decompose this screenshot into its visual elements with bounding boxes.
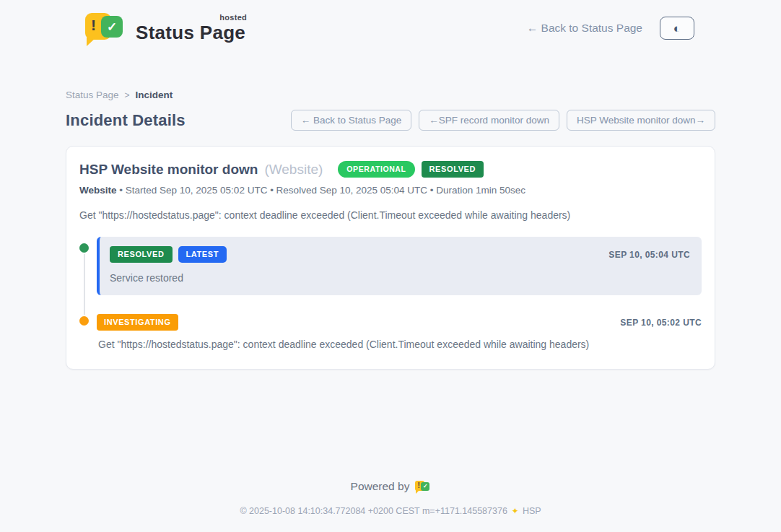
copyright-line: © 2025-10-08 14:10:34.772084 +0200 CEST … bbox=[0, 506, 781, 516]
timeline-entry-message: Service restored bbox=[110, 272, 690, 284]
timeline-dot-orange bbox=[78, 315, 90, 327]
timeline-dot-green bbox=[78, 242, 90, 254]
theme-toggle-button[interactable]: ◐ bbox=[660, 17, 694, 40]
timeline-entry-badges: RESOLVED LATEST bbox=[110, 246, 227, 263]
incident-description: Get "https://hostedstatus.page": context… bbox=[79, 209, 702, 221]
timeline-entry-timestamp: SEP 10, 05:02 UTC bbox=[620, 318, 702, 328]
logo-green-check-box: ✓ bbox=[101, 16, 123, 38]
timeline-entry-badges: INVESTIGATING bbox=[97, 314, 178, 331]
incident-nav-buttons: ← Back to Status Page ←SPF record monito… bbox=[291, 110, 715, 131]
breadcrumb-status-page-link[interactable]: Status Page bbox=[66, 90, 119, 100]
brand-logo-link[interactable]: ✓ ! hosted Status Page bbox=[85, 12, 245, 45]
timeline-entry-message: Get "https://hostedstatus.page": context… bbox=[97, 339, 702, 350]
main-content: Status Page > Incident Incident Details … bbox=[66, 90, 715, 370]
latest-badge: LATEST bbox=[178, 246, 227, 263]
timeline-entry-highlight-box: RESOLVED LATEST SEP 10, 05:04 UTC Servic… bbox=[97, 237, 702, 295]
header: ✓ ! hosted Status Page ← Back to Status … bbox=[0, 0, 781, 48]
incident-card-header: HSP Website monitor down (Website) OPERA… bbox=[79, 161, 702, 178]
footer-exclamation-icon: ! bbox=[417, 481, 419, 489]
brand-hosted-label: hosted bbox=[219, 13, 247, 22]
timeline-entry-badge-row: INVESTIGATING SEP 10, 05:02 UTC bbox=[97, 314, 702, 331]
timeline-entry-timestamp: SEP 10, 05:04 UTC bbox=[608, 250, 690, 260]
breadcrumb-current-incident: Incident bbox=[136, 90, 173, 100]
timeline-entry-badge-row: RESOLVED LATEST SEP 10, 05:04 UTC bbox=[110, 246, 690, 263]
timeline-entry: RESOLVED LATEST SEP 10, 05:04 UTC Servic… bbox=[79, 237, 702, 295]
incident-meta-line: Website • Started Sep 10, 2025 05:02 UTC… bbox=[79, 185, 702, 196]
incident-meta-times: • Started Sep 10, 2025 05:02 UTC • Resol… bbox=[119, 185, 525, 196]
incident-meta-component: Website bbox=[79, 185, 117, 196]
powered-by-link[interactable]: Powered by ✓ ! bbox=[351, 480, 431, 493]
footer-check-icon: ✓ bbox=[423, 483, 428, 489]
incident-card: HSP Website monitor down (Website) OPERA… bbox=[66, 146, 715, 370]
footer-brand-logo-icon: ✓ ! bbox=[415, 481, 430, 493]
sparkles-icon: ✦ bbox=[511, 506, 518, 516]
title-row: Incident Details ← Back to Status Page ←… bbox=[66, 110, 715, 131]
copyright-suffix: HSP bbox=[523, 506, 541, 516]
investigating-badge: INVESTIGATING bbox=[97, 314, 178, 331]
next-incident-button[interactable]: HSP Website monitor down→ bbox=[567, 110, 715, 131]
brand-name: Status Page bbox=[136, 22, 245, 43]
footer: Powered by ✓ ! © 2025-10-08 14:10:34.772… bbox=[0, 480, 781, 516]
breadcrumb: Status Page > Incident bbox=[66, 90, 715, 100]
breadcrumb-separator: > bbox=[125, 90, 130, 100]
brand-name-wrap: hosted Status Page bbox=[136, 12, 245, 44]
half-circle-theme-icon: ◐ bbox=[673, 22, 681, 35]
resolved-state-badge: RESOLVED bbox=[422, 161, 484, 178]
timeline-entry-body: INVESTIGATING SEP 10, 05:02 UTC Get "htt… bbox=[97, 314, 702, 350]
exclamation-icon: ! bbox=[91, 17, 96, 34]
back-to-status-page-link[interactable]: ← Back to Status Page bbox=[527, 22, 642, 35]
resolved-badge: RESOLVED bbox=[110, 246, 173, 263]
check-icon: ✓ bbox=[107, 19, 117, 35]
operational-status-badge: OPERATIONAL bbox=[338, 161, 414, 178]
copyright-text: © 2025-10-08 14:10:34.772084 +0200 CEST … bbox=[240, 506, 507, 516]
prev-incident-button[interactable]: ←SPF record monitor down bbox=[419, 110, 559, 131]
brand-logo-icon: ✓ ! bbox=[85, 13, 126, 45]
powered-by-label: Powered by bbox=[351, 480, 410, 493]
header-right: ← Back to Status Page ◐ bbox=[527, 17, 694, 40]
back-to-status-page-button[interactable]: ← Back to Status Page bbox=[291, 110, 412, 131]
footer-logo-green-check-box: ✓ bbox=[421, 482, 429, 491]
incident-timeline: RESOLVED LATEST SEP 10, 05:04 UTC Servic… bbox=[79, 237, 702, 350]
timeline-entry: INVESTIGATING SEP 10, 05:02 UTC Get "htt… bbox=[79, 314, 702, 350]
page-title: Incident Details bbox=[66, 111, 186, 130]
incident-component: (Website) bbox=[264, 162, 323, 178]
incident-title: HSP Website monitor down bbox=[79, 162, 258, 178]
